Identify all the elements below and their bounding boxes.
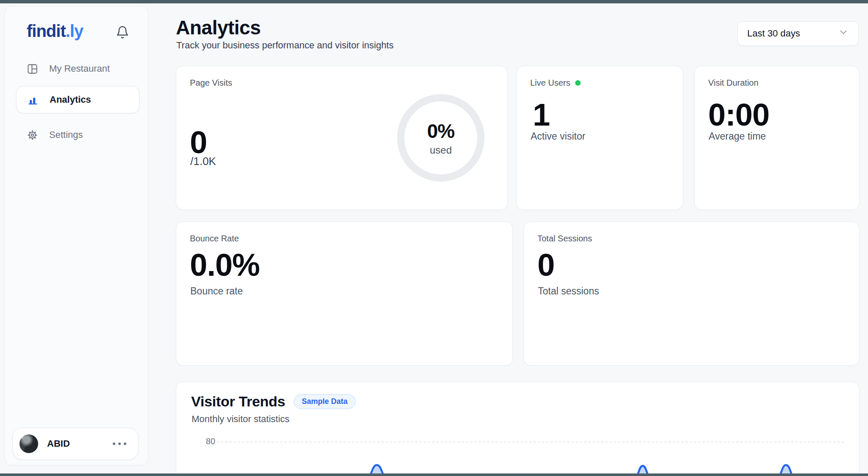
visitor-trends-chart: [217, 442, 845, 476]
gear-icon: [27, 129, 38, 141]
usage-caption: used: [430, 144, 452, 156]
sidebar-item-analytics[interactable]: Analytics: [16, 86, 139, 113]
card-label: Total Sessions: [537, 234, 592, 244]
visitor-trends-title: Visitor Trends: [191, 393, 285, 410]
page-visits-quota: /1.0K: [190, 155, 216, 168]
bounce-rate-card: Bounce Rate 0.0% Bounce rate: [176, 221, 513, 366]
user-name: ABID: [47, 438, 70, 449]
date-range-value: Last 30 days: [747, 28, 800, 39]
bounce-rate-caption: Bounce rate: [190, 286, 243, 297]
window-frame-bottom: [0, 473, 868, 476]
panels-icon: [27, 63, 38, 75]
visit-duration-card: Visit Duration 0:00 Average time: [694, 66, 860, 210]
bar-chart-icon: [27, 94, 39, 106]
total-sessions-value: 0: [537, 249, 554, 281]
user-menu-button[interactable]: [112, 439, 127, 448]
live-status-dot: [575, 80, 581, 86]
ellipsis-icon: [113, 442, 115, 445]
logo: findit.ly: [27, 22, 83, 41]
sidebar-item-my-restaurant[interactable]: My Restaurant: [16, 59, 139, 78]
logo-findit: findit: [27, 22, 66, 40]
date-range-select[interactable]: Last 30 days: [737, 21, 859, 46]
card-label: Visit Duration: [708, 78, 759, 88]
sidebar-item-settings[interactable]: Settings: [16, 126, 139, 144]
live-users-card: Live Users 1 Active visitor: [516, 66, 683, 210]
card-label: Bounce Rate: [190, 234, 239, 244]
card-label: Live Users: [530, 78, 570, 88]
trend-area-chart: [217, 442, 845, 476]
sidebar-item-label: My Restaurant: [49, 63, 110, 74]
page-visits-value: 0: [190, 127, 207, 158]
usage-percent: 0%: [427, 120, 454, 143]
page-visits-card: Page Visits 0 /1.0K 0% used: [176, 66, 508, 210]
logo-ly: .ly: [66, 22, 83, 40]
card-label: Page Visits: [190, 78, 232, 88]
visitor-trends-subtitle: Monthly visitor statistics: [192, 414, 289, 425]
live-users-value: 1: [533, 99, 550, 131]
total-sessions-card: Total Sessions 0 Total sessions: [523, 221, 860, 366]
user-profile-card[interactable]: ABID: [12, 428, 139, 460]
usage-donut: 0% used: [397, 94, 484, 182]
avatar: [19, 434, 38, 453]
window-frame-top: [0, 0, 868, 3]
bell-icon: [116, 25, 129, 40]
visit-duration-caption: Average time: [709, 131, 766, 142]
page-subtitle: Track your business performance and visi…: [176, 40, 394, 51]
bounce-rate-value: 0.0%: [190, 249, 260, 281]
chevron-down-icon: [838, 27, 849, 40]
total-sessions-caption: Total sessions: [538, 286, 599, 297]
notifications-button[interactable]: [114, 24, 131, 41]
visitor-trends-card: Visitor Trends Sample Data Monthly visit…: [176, 382, 860, 476]
visit-duration-value: 0:00: [708, 99, 769, 131]
y-axis-tick-80: 80: [191, 437, 215, 446]
page-title: Analytics: [176, 16, 261, 39]
sample-data-badge: Sample Data: [294, 394, 356, 409]
sidebar: findit.ly My Restaurant Analytics: [4, 6, 148, 465]
sidebar-item-label: Analytics: [50, 94, 91, 105]
sidebar-item-label: Settings: [49, 129, 83, 140]
live-users-caption: Active visitor: [531, 131, 585, 142]
